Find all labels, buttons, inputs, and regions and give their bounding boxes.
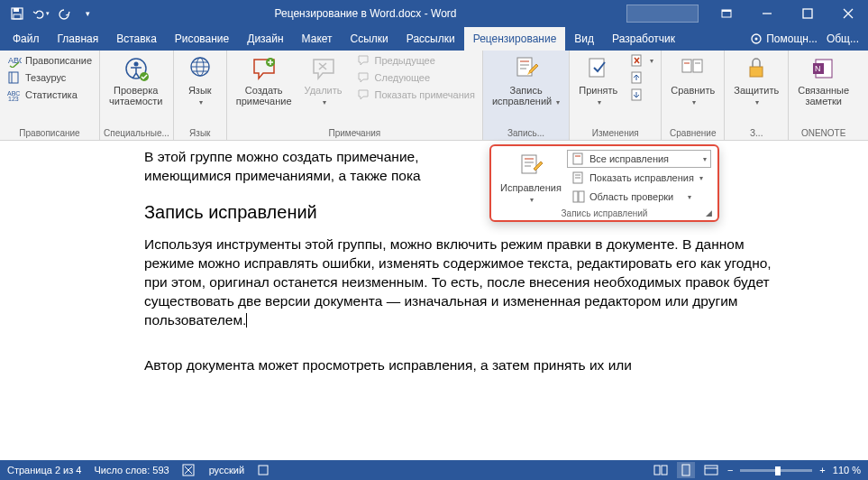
tab-home[interactable]: Главная <box>49 27 108 51</box>
group-onenote: N Связанные заметки ONENOTE <box>789 51 858 140</box>
group-label: З... <box>728 126 784 140</box>
tab-layout[interactable]: Макет <box>293 27 342 51</box>
svg-rect-12 <box>9 72 18 83</box>
prev-comment-button[interactable]: Предыдущее <box>353 52 479 69</box>
document-area[interactable]: В этой группе можно создать примечание,и… <box>0 141 868 460</box>
tab-references[interactable]: Ссылки <box>342 27 397 51</box>
track-changes-button-callout[interactable]: Исправления▾ <box>495 150 567 217</box>
ribbon-options-icon[interactable] <box>706 0 746 27</box>
track-changes-button[interactable]: Запись исправлений ▾ <box>487 52 565 109</box>
group-compare: Сравнить▾ Сравнение <box>662 51 725 140</box>
word-count-button[interactable]: ABC123Статистика <box>4 87 96 103</box>
reviewing-pane-button[interactable]: Область проверки ▾ <box>567 188 714 206</box>
accept-icon <box>584 54 613 83</box>
compare-icon <box>679 54 708 83</box>
delete-comment-button[interactable]: Удалить▾ <box>299 52 348 109</box>
tab-review[interactable]: Рецензирование <box>464 27 566 51</box>
prev-change-button[interactable] <box>626 69 657 86</box>
close-icon[interactable] <box>827 0 868 27</box>
thesaurus-button[interactable]: Тезаурус <box>4 69 96 86</box>
chevron-down-icon: ▾ <box>692 98 696 106</box>
next-change-button[interactable] <box>626 87 657 103</box>
group-protect: Защитить▾ З... <box>725 51 789 140</box>
group-label: Специальные... <box>104 126 169 140</box>
track-changes-icon <box>516 152 545 180</box>
tab-view[interactable]: Вид <box>565 27 603 51</box>
undo-icon[interactable]: ▾ <box>31 4 50 23</box>
check-accessibility-button[interactable]: Проверка читаемости <box>104 52 168 108</box>
chevron-down-icon: ▾ <box>755 98 759 106</box>
read-mode-icon[interactable] <box>652 462 670 478</box>
protect-button[interactable]: Защитить▾ <box>728 52 784 109</box>
tell-me[interactable]: Помощн... <box>750 32 818 45</box>
zoom-level[interactable]: 110 % <box>833 465 861 475</box>
chevron-down-icon: ▾ <box>703 155 707 163</box>
qat-customize-icon[interactable]: ▾ <box>78 4 97 23</box>
accessibility-icon <box>122 54 151 83</box>
web-layout-icon[interactable] <box>702 462 720 478</box>
body-text: Используя инструменты этой группы, можно… <box>144 236 772 328</box>
compare-button[interactable]: Сравнить▾ <box>665 52 720 109</box>
svg-text:ABC: ABC <box>8 56 22 65</box>
protect-icon <box>742 54 771 83</box>
svg-rect-62 <box>654 466 660 475</box>
language-icon <box>186 54 215 83</box>
callout-group-label: Запись исправлений <box>491 208 717 218</box>
show-comments-button[interactable]: Показать примечания <box>353 87 479 103</box>
word-count[interactable]: Число слов: 593 <box>94 465 169 475</box>
macro-status-icon[interactable] <box>257 464 270 476</box>
group-label: Правописание <box>4 126 96 140</box>
save-icon[interactable] <box>7 4 27 23</box>
proofing-status-icon[interactable] <box>182 464 196 476</box>
new-comment-button[interactable]: Создать примечание <box>231 52 297 108</box>
page-indicator[interactable]: Страница 2 из 4 <box>7 465 81 475</box>
onenote-icon: N <box>809 54 838 83</box>
accept-button[interactable]: Принять▾ <box>573 52 623 109</box>
group-label: Запись... <box>487 126 565 140</box>
tab-mailings[interactable]: Рассылки <box>397 27 464 51</box>
show-markup-icon <box>571 171 586 185</box>
maximize-icon[interactable] <box>787 0 827 27</box>
tab-file[interactable]: Файл <box>4 27 49 51</box>
tab-insert[interactable]: Вставка <box>107 27 166 51</box>
group-comments: Создать примечание Удалить▾ Предыдущее С… <box>227 51 483 140</box>
print-layout-icon[interactable] <box>677 462 695 478</box>
body-text: Автор документа может просмотреть исправ… <box>144 356 778 375</box>
language-indicator[interactable]: русский <box>209 465 244 475</box>
tracking-group-callout: Исправления▾ Все исправления ▾ Показать … <box>489 144 719 222</box>
prev-comment-icon <box>357 53 371 68</box>
reject-button[interactable]: ▾ <box>626 52 657 69</box>
redo-icon[interactable] <box>54 4 74 23</box>
minimize-icon[interactable] <box>746 0 787 27</box>
svg-point-17 <box>133 62 138 67</box>
tab-developer[interactable]: Разработчик <box>603 27 684 51</box>
svg-rect-47 <box>522 155 536 173</box>
svg-rect-40 <box>693 60 702 72</box>
zoom-slider[interactable] <box>740 469 812 472</box>
prev-change-icon <box>630 70 644 85</box>
chevron-down-icon: ▾ <box>530 196 534 204</box>
dialog-launcher-icon[interactable]: ◢ <box>706 208 712 217</box>
stats-icon: ABC123 <box>7 88 22 102</box>
next-comment-icon <box>357 70 371 85</box>
zoom-out-button[interactable]: − <box>727 465 733 475</box>
zoom-in-button[interactable]: + <box>819 465 825 475</box>
tab-draw[interactable]: Рисование <box>166 27 238 51</box>
display-for-review-combo[interactable]: Все исправления ▾ <box>567 150 711 168</box>
next-comment-button[interactable]: Следующее <box>353 69 479 86</box>
language-button[interactable]: Язык▾ <box>178 52 223 109</box>
tab-design[interactable]: Дизайн <box>238 27 292 51</box>
body-text: имеющимися примечаниями, а также пока <box>144 168 421 183</box>
show-markup-button[interactable]: Показать исправления▾ <box>567 169 714 187</box>
svg-text:123: 123 <box>8 96 19 102</box>
chevron-down-icon: ▾ <box>199 98 203 106</box>
svg-rect-51 <box>573 153 582 164</box>
svg-rect-63 <box>662 466 667 475</box>
spelling-button[interactable]: ABCПравописание <box>4 52 96 69</box>
share-button[interactable]: Общ... <box>827 32 859 45</box>
linked-notes-button[interactable]: N Связанные заметки <box>792 52 854 108</box>
markup-icon <box>571 152 586 166</box>
svg-rect-57 <box>579 191 584 202</box>
user-account[interactable] <box>626 5 699 23</box>
svg-rect-6 <box>803 9 812 18</box>
